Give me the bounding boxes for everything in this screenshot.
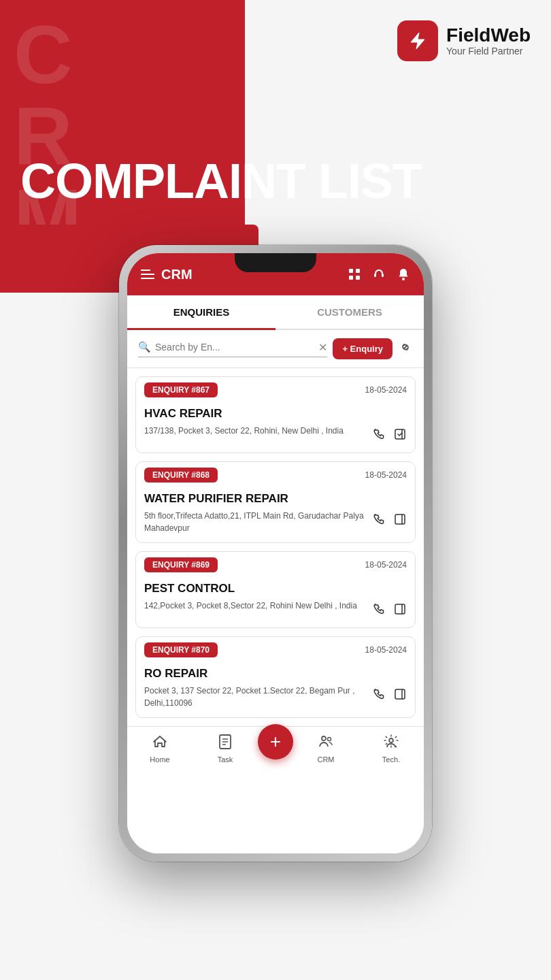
- enquiry-badge-868: ENQUIRY #868: [144, 468, 218, 483]
- home-icon: [152, 734, 168, 754]
- phone-inner: CRM: [127, 253, 424, 853]
- logo-area: FieldWeb Your Field Partner: [397, 20, 531, 61]
- enquiry-date-868: 18-05-2024: [365, 470, 407, 480]
- enquiry-address-867: 137/138, Pocket 3, Sector 22, Rohini, Ne…: [144, 425, 367, 437]
- search-icon: 🔍: [138, 341, 151, 353]
- enquiry-addr-row-869: 142,Pocket 3, Pocket 8,Sector 22, Rohini…: [144, 600, 407, 619]
- call-icon-870[interactable]: [373, 687, 386, 704]
- search-wrap: 🔍 ✕: [138, 341, 327, 357]
- svg-rect-1: [356, 269, 360, 273]
- enquiry-addr-row-870: Pocket 3, 137 Sector 22, Pocket 1.Sector…: [144, 685, 407, 709]
- enquiry-header-870: ENQUIRY #870 18-05-2024: [136, 637, 415, 663]
- add-icon: +: [270, 731, 281, 753]
- enquiry-actions-868: [373, 512, 407, 529]
- phone-notch: [235, 253, 316, 272]
- phone-content: ENQUIRIES CUSTOMERS 🔍 ✕ + Enquiry: [127, 295, 424, 853]
- enquiry-header-869: ENQUIRY #869 18-05-2024: [136, 552, 415, 578]
- edit-icon-869[interactable]: [393, 602, 407, 619]
- nav-crm-label: CRM: [317, 755, 334, 764]
- enquiry-badge-867: ENQUIRY #867: [144, 382, 218, 397]
- logo-text: FieldWeb Your Field Partner: [446, 25, 531, 57]
- tabs-row: ENQUIRIES CUSTOMERS: [127, 295, 424, 330]
- enquiry-address-870: Pocket 3, 137 Sector 22, Pocket 1.Sector…: [144, 685, 367, 709]
- app-title: CRM: [161, 267, 193, 282]
- enquiry-title-870: RO REPAIR: [144, 667, 407, 681]
- enquiry-badge-869: ENQUIRY #869: [144, 557, 218, 572]
- call-icon-867[interactable]: [373, 427, 386, 444]
- page-heading: COMPLAINT LIST: [20, 157, 422, 206]
- svg-rect-8: [395, 514, 405, 524]
- link-icon[interactable]: [398, 340, 413, 358]
- add-enquiry-button[interactable]: + Enquiry: [333, 338, 393, 359]
- nav-home[interactable]: Home: [127, 734, 193, 764]
- enquiry-body-869: PEST CONTROL 142,Pocket 3, Pocket 8,Sect…: [136, 578, 415, 627]
- enquiry-title-869: PEST CONTROL: [144, 582, 407, 595]
- enquiry-actions-867: [373, 427, 407, 444]
- nav-task-label: Task: [218, 755, 233, 764]
- enquiry-header-867: ENQUIRY #867 18-05-2024: [136, 377, 415, 403]
- enquiry-actions-870: [373, 687, 407, 704]
- edit-icon-870[interactable]: [393, 687, 407, 704]
- svg-rect-5: [382, 274, 384, 277]
- enquiry-date-869: 18-05-2024: [365, 560, 407, 570]
- enquiry-body-868: WATER PURIFIER REPAIR 5th floor,Trifecta…: [136, 488, 415, 542]
- brand-tagline: Your Field Partner: [446, 46, 531, 56]
- logo-icon: [397, 20, 438, 61]
- enquiry-date-870: 18-05-2024: [365, 645, 407, 655]
- search-row: 🔍 ✕ + Enquiry: [127, 330, 424, 368]
- enquiry-card-870: ENQUIRY #870 18-05-2024 RO REPAIR Pocket…: [135, 636, 416, 718]
- headset-icon[interactable]: [372, 267, 386, 281]
- grid-icon[interactable]: [348, 267, 361, 281]
- nav-home-label: Home: [150, 755, 169, 764]
- brand-name: FieldWeb: [446, 25, 531, 46]
- header-left: CRM: [141, 267, 193, 282]
- svg-rect-0: [349, 269, 353, 273]
- enquiry-card-867: ENQUIRY #867 18-05-2024 HVAC REPAIR 137/…: [135, 376, 416, 453]
- svg-point-15: [322, 736, 326, 740]
- svg-rect-9: [395, 604, 405, 614]
- search-input[interactable]: [155, 342, 314, 353]
- enquiry-badge-870: ENQUIRY #870: [144, 642, 218, 657]
- phone-mockup: CRM: [119, 245, 432, 862]
- svg-rect-2: [349, 276, 353, 280]
- tab-enquiries[interactable]: ENQUIRIES: [127, 295, 276, 329]
- svg-rect-10: [395, 689, 405, 699]
- enquiry-address-868: 5th floor,Trifecta Adatto,21, ITPL Main …: [144, 510, 367, 534]
- bell-icon[interactable]: [397, 267, 410, 281]
- app-header: CRM: [127, 253, 424, 295]
- nav-tech[interactable]: Tech.: [358, 734, 424, 764]
- enquiry-header-868: ENQUIRY #868 18-05-2024: [136, 462, 415, 488]
- bottom-nav: Home Task: [127, 726, 424, 777]
- svg-point-16: [328, 738, 331, 741]
- call-icon-869[interactable]: [373, 602, 386, 619]
- edit-icon-868[interactable]: [393, 512, 407, 529]
- enquiry-body-870: RO REPAIR Pocket 3, 137 Sector 22, Pocke…: [136, 663, 415, 717]
- nav-task[interactable]: Task: [193, 734, 258, 764]
- enquiry-address-869: 142,Pocket 3, Pocket 8,Sector 22, Rohini…: [144, 600, 367, 612]
- crm-icon: [318, 734, 334, 754]
- tab-customers[interactable]: CUSTOMERS: [276, 295, 424, 329]
- tech-icon: [383, 734, 399, 754]
- svg-point-17: [389, 738, 393, 742]
- enquiry-addr-row-867: 137/138, Pocket 3, Sector 22, Rohini, Ne…: [144, 425, 407, 444]
- edit-icon-867[interactable]: [393, 427, 407, 444]
- call-icon-868[interactable]: [373, 512, 386, 529]
- header-right: [348, 267, 410, 281]
- phone-outer: CRM: [119, 245, 432, 862]
- menu-icon[interactable]: [141, 270, 154, 279]
- enquiry-date-867: 18-05-2024: [365, 385, 407, 395]
- svg-rect-4: [374, 274, 376, 277]
- enquiry-card-869: ENQUIRY #869 18-05-2024 PEST CONTROL 142…: [135, 551, 416, 628]
- enquiry-actions-869: [373, 602, 407, 619]
- search-clear-icon[interactable]: ✕: [318, 341, 327, 354]
- enquiries-list: ENQUIRY #867 18-05-2024 HVAC REPAIR 137/…: [127, 376, 424, 718]
- enquiry-addr-row-868: 5th floor,Trifecta Adatto,21, ITPL Main …: [144, 510, 407, 534]
- nav-crm[interactable]: CRM: [293, 734, 358, 764]
- enquiry-card-868: ENQUIRY #868 18-05-2024 WATER PURIFIER R…: [135, 461, 416, 543]
- watermark: C R M: [14, 14, 82, 259]
- enquiry-title-868: WATER PURIFIER REPAIR: [144, 492, 407, 506]
- nav-add-button[interactable]: +: [258, 724, 293, 760]
- enquiry-body-867: HVAC REPAIR 137/138, Pocket 3, Sector 22…: [136, 403, 415, 453]
- task-icon: [217, 734, 233, 754]
- enquiry-title-867: HVAC REPAIR: [144, 407, 407, 421]
